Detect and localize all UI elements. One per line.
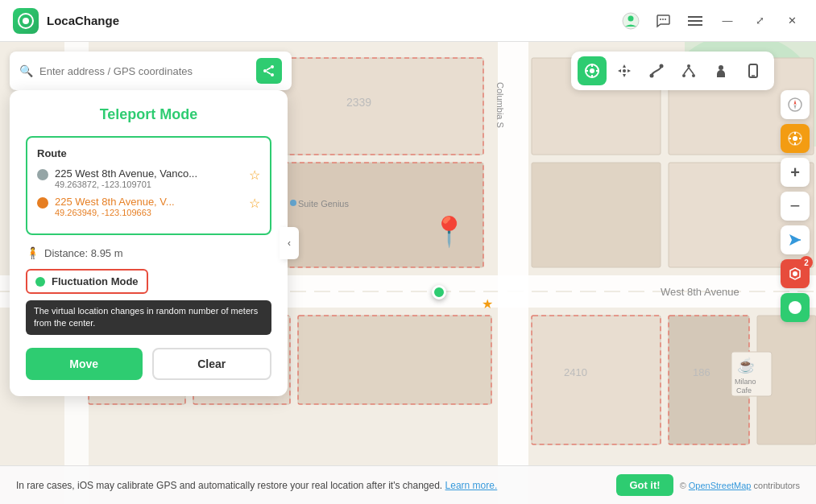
action-buttons: Move Clear <box>26 348 271 380</box>
svg-line-73 <box>689 68 694 74</box>
move-tool-button[interactable] <box>610 56 639 85</box>
distance-label: Distance: 8.95 m <box>44 247 123 259</box>
device-tool-button[interactable] <box>739 56 768 85</box>
origin-address: 225 West 8th Avenue, Vanco... <box>55 167 242 180</box>
svg-text:Cafe: Cafe <box>736 386 752 395</box>
destination-item: 225 West 8th Avenue, V... 49.263949, -12… <box>37 196 260 217</box>
svg-point-71 <box>692 74 695 77</box>
bottom-notification-bar: In rare cases, iOS may calibrate GPS and… <box>0 465 816 504</box>
collapse-panel-button[interactable]: ‹ <box>280 227 299 259</box>
right-tools: + − <box>781 90 810 322</box>
main-area: 2368 2339 235 234 224 2410 186 Suite Gen… <box>0 42 816 504</box>
search-input[interactable] <box>39 65 250 77</box>
svg-point-3 <box>628 15 634 21</box>
location-lock-button[interactable] <box>781 124 810 153</box>
fluctuation-mode-label: Fluctuation Mode <box>52 275 139 287</box>
route-tool-button[interactable] <box>642 56 671 85</box>
share-button[interactable] <box>256 58 282 84</box>
zoom-out-button[interactable]: − <box>781 192 810 221</box>
destination-dot <box>37 197 48 209</box>
osm-credit: © OpenStreetMap contributors <box>680 481 800 490</box>
svg-point-67 <box>650 74 654 78</box>
compass-button[interactable] <box>781 90 810 119</box>
svg-point-4 <box>660 19 661 20</box>
person-tool-button[interactable] <box>706 56 735 85</box>
zoom-in-button[interactable]: + <box>781 158 810 187</box>
move-button[interactable]: Move <box>26 348 143 380</box>
route-box: Route 225 West 8th Avenue, Vanco... 49.2… <box>26 136 271 235</box>
svg-point-66 <box>623 69 626 72</box>
notification-message: In rare cases, iOS may calibrate GPS and… <box>16 480 610 491</box>
distance-row: 🧍 Distance: 8.95 m <box>26 246 271 259</box>
fluctuation-dot <box>35 277 45 287</box>
minimize-button[interactable]: — <box>716 10 739 32</box>
paper-plane-button[interactable] <box>781 225 810 254</box>
svg-text:Columbia S: Columbia S <box>495 82 505 128</box>
fluctuation-mode-row[interactable]: Fluctuation Mode <box>26 269 148 294</box>
menu-icon[interactable] <box>684 10 706 32</box>
app-logo <box>13 8 39 34</box>
titlebar-actions: — ⤢ ✕ <box>619 10 803 32</box>
avatar-icon[interactable] <box>619 10 642 32</box>
search-icon: 🔍 <box>19 64 33 77</box>
notification-button[interactable] <box>781 259 810 288</box>
svg-point-1 <box>23 18 29 24</box>
got-it-button[interactable]: Got it! <box>616 474 673 496</box>
svg-point-79 <box>793 136 797 141</box>
route-label: Route <box>37 147 260 159</box>
fluctuation-tooltip: The virtual location changes in random n… <box>26 300 271 335</box>
svg-point-48 <box>290 200 296 206</box>
notification-text: In rare cases, iOS may calibrate GPS and… <box>16 480 442 491</box>
svg-point-57 <box>271 73 274 76</box>
svg-point-61 <box>590 68 594 73</box>
map-star: ★ <box>482 296 493 312</box>
svg-rect-23 <box>298 316 491 404</box>
svg-text:2410: 2410 <box>564 366 587 378</box>
svg-text:2339: 2339 <box>346 96 371 109</box>
svg-rect-26 <box>532 163 661 267</box>
current-location-dot <box>432 285 446 300</box>
svg-point-74 <box>719 65 723 70</box>
toggle-switch[interactable] <box>787 300 803 316</box>
person-icon: 🧍 <box>26 246 39 259</box>
svg-point-85 <box>793 271 797 276</box>
svg-point-56 <box>263 69 267 72</box>
toggle-button[interactable] <box>781 293 810 322</box>
osm-link[interactable]: OpenStreetMap <box>689 481 752 490</box>
svg-point-70 <box>687 64 690 68</box>
multi-route-tool-button[interactable] <box>674 56 703 85</box>
svg-point-69 <box>682 74 686 77</box>
svg-line-72 <box>684 68 689 74</box>
svg-text:Milano: Milano <box>735 378 756 386</box>
destination-address: 225 West 8th Avenue, V... <box>55 196 242 208</box>
svg-text:West 8th Avenue: West 8th Avenue <box>661 286 739 298</box>
map-toolbar <box>571 52 774 90</box>
origin-dot <box>37 169 48 180</box>
clear-button[interactable]: Clear <box>152 348 272 380</box>
destination-star[interactable]: ☆ <box>249 196 260 211</box>
teleport-tool-button[interactable] <box>578 56 607 85</box>
origin-star[interactable]: ☆ <box>249 167 260 183</box>
origin-text: 225 West 8th Avenue, Vanco... 49.263872,… <box>55 167 242 189</box>
teleport-panel: Teleport Mode Route 225 West 8th Avenue,… <box>10 90 288 396</box>
titlebar: LocaChange — ⤢ ✕ <box>0 0 816 42</box>
svg-point-5 <box>662 19 664 20</box>
svg-text:186: 186 <box>693 366 710 378</box>
svg-line-59 <box>267 72 271 74</box>
destination-text: 225 West 8th Avenue, V... 49.263949, -12… <box>55 196 242 217</box>
destination-coords: 49.263949, -123.109663 <box>55 208 242 217</box>
origin-coords: 49.263872, -123.109701 <box>55 180 242 189</box>
expand-button[interactable]: ⤢ <box>748 10 771 32</box>
close-button[interactable]: ✕ <box>781 10 803 32</box>
svg-rect-28 <box>532 316 661 444</box>
search-bar: 🔍 <box>10 52 292 90</box>
svg-point-68 <box>660 64 664 68</box>
svg-line-58 <box>267 68 271 70</box>
chat-icon[interactable] <box>652 10 674 32</box>
svg-point-55 <box>271 65 274 68</box>
map-pin-orange: 📍 <box>431 215 467 249</box>
app-title: LocaChange <box>47 14 611 27</box>
panel-title: Teleport Mode <box>26 106 271 123</box>
svg-text:Suite Genius: Suite Genius <box>298 199 349 209</box>
learn-more-link[interactable]: Learn more. <box>445 480 498 491</box>
